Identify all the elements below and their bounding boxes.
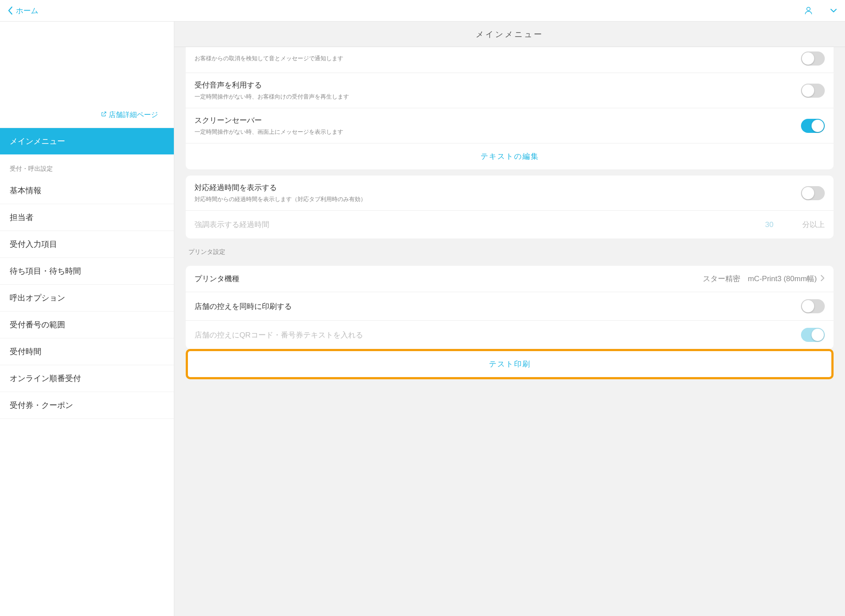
test-print-card: テスト印刷 <box>186 349 834 379</box>
sidebar-item-reception-hours[interactable]: 受付時間 <box>0 338 174 365</box>
store-detail-label: 店舗詳細ページ <box>109 111 158 118</box>
sidebar-item-online-queue[interactable]: オンライン順番受付 <box>0 365 174 392</box>
setting-row-elapsed: 対応経過時間を表示する 対応時間からの経過時間を表示します（対応タブ利用時のみ有… <box>186 176 834 211</box>
setting-row-screensaver: スクリーンセーバー 一定時間操作がない時、画面上にメッセージを表示します <box>186 108 834 143</box>
setting-row-voice: 受付音声を利用する 一定時間操作がない時、お客様向けの受付音声を再生します <box>186 73 834 108</box>
setting-desc: お客様からの取消を検知して音とメッセージで通知します <box>195 55 801 62</box>
toggle-cancel-notify[interactable] <box>801 51 825 66</box>
store-detail-link[interactable]: 店舗詳細ページ <box>0 103 174 128</box>
printer-card: プリンタ機種 スター精密 mC-Print3 (80mm幅) 店舗の控えを同時に… <box>186 266 834 349</box>
printer-qr-row: 店舗の控えにQRコード・番号券テキストを入れる <box>186 321 834 349</box>
printer-section-label: プリンタ設定 <box>186 238 834 260</box>
edit-text-link[interactable]: テキストの編集 <box>186 143 834 169</box>
chevron-left-icon <box>8 6 13 15</box>
toggle-elapsed[interactable] <box>801 186 825 200</box>
sidebar-item-staff[interactable]: 担当者 <box>0 204 174 231</box>
main-panel: メインメニュー お客様からの取消を検知して音とメッセージで通知します 受付音声を… <box>174 22 845 616</box>
test-print-button[interactable]: テスト印刷 <box>188 351 831 377</box>
sidebar-item-ticket-coupon[interactable]: 受付券・クーポン <box>0 392 174 419</box>
sidebar: 店舗詳細ページ メインメニュー 受付・呼出設定 基本情報 担当者 受付入力項目 … <box>0 22 174 616</box>
toggle-screensaver[interactable] <box>801 119 825 133</box>
setting-title: 店舗の控えにQRコード・番号券テキストを入れる <box>195 330 801 340</box>
setting-desc: 一定時間操作がない時、画面上にメッセージを表示します <box>195 128 801 136</box>
sidebar-item-call-options[interactable]: 呼出オプション <box>0 285 174 312</box>
setting-title: 対応経過時間を表示する <box>195 183 801 193</box>
toggle-printer-qr[interactable] <box>801 328 825 342</box>
back-home-button[interactable]: ホーム <box>8 6 38 16</box>
sidebar-item-basic-info[interactable]: 基本情報 <box>0 177 174 204</box>
printer-model-row[interactable]: プリンタ機種 スター精密 mC-Print3 (80mm幅) <box>186 266 834 292</box>
svg-point-0 <box>807 7 810 11</box>
setting-title: スクリーンセーバー <box>195 115 801 125</box>
printer-copy-row: 店舗の控えを同時に印刷する <box>186 292 834 321</box>
setting-row-cancel-notify: お客様からの取消を検知して音とメッセージで通知します <box>186 47 834 73</box>
user-icon[interactable] <box>804 6 813 15</box>
elapsed-threshold-row: 強調表示する経過時間 30 分以上 <box>186 211 834 238</box>
sidebar-item-input-fields[interactable]: 受付入力項目 <box>0 231 174 258</box>
toggle-voice[interactable] <box>801 84 825 98</box>
elapsed-input-suffix: 分以上 <box>802 220 825 230</box>
sidebar-item-number-range[interactable]: 受付番号の範囲 <box>0 312 174 338</box>
setting-title: 店舗の控えを同時に印刷する <box>195 301 801 312</box>
external-link-icon <box>101 111 109 118</box>
main-header-title: メインメニュー <box>174 22 845 47</box>
setting-desc: 対応時間からの経過時間を表示します（対応タブ利用時のみ有効） <box>195 195 801 203</box>
sidebar-active-item[interactable]: メインメニュー <box>0 128 174 154</box>
elapsed-card: 対応経過時間を表示する 対応時間からの経過時間を表示します（対応タブ利用時のみ有… <box>186 176 834 238</box>
printer-model-value: スター精密 mC-Print3 (80mm幅) <box>703 274 817 284</box>
chevron-down-icon[interactable] <box>830 8 837 13</box>
settings-card-1: お客様からの取消を検知して音とメッセージで通知します 受付音声を利用する 一定時… <box>186 47 834 169</box>
sidebar-list: 基本情報 担当者 受付入力項目 待ち項目・待ち時間 呼出オプション 受付番号の範… <box>0 177 174 616</box>
elapsed-input-value[interactable]: 30 <box>741 220 798 229</box>
sidebar-section-title: 受付・呼出設定 <box>0 154 174 177</box>
elapsed-input-label: 強調表示する経過時間 <box>195 220 741 230</box>
sidebar-item-wait-settings[interactable]: 待ち項目・待ち時間 <box>0 258 174 285</box>
back-label: ホーム <box>16 6 38 16</box>
topbar: ホーム <box>0 0 845 22</box>
setting-title: 受付音声を利用する <box>195 80 801 90</box>
setting-desc: 一定時間操作がない時、お客様向けの受付音声を再生します <box>195 93 801 101</box>
chevron-right-icon <box>820 275 825 283</box>
toggle-printer-copy[interactable] <box>801 299 825 313</box>
printer-model-label: プリンタ機種 <box>195 274 703 284</box>
